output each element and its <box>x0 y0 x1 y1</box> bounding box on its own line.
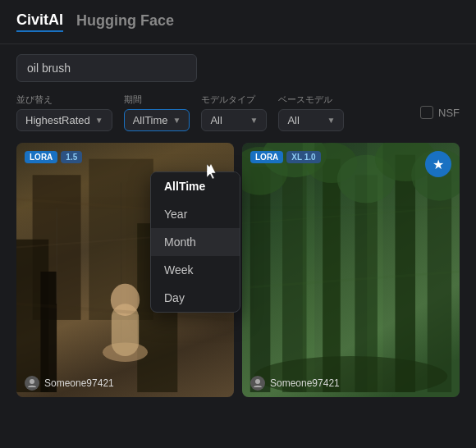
base-model-filter-group: ベースモデル All ▼ <box>278 94 344 131</box>
lora-badge-2: LORA XL 1.0 <box>250 151 321 163</box>
dropdown-item-alltime[interactable]: AllTime <box>151 172 240 200</box>
card-author-1: Someone97421 <box>25 376 114 391</box>
filters-row: 並び替え HighestRated ▼ 期間 AllTime ▼ モデルタイプ … <box>0 89 476 139</box>
model-type-filter-group: モデルタイプ All ▼ <box>201 94 267 131</box>
version-tag-1: 1.5 <box>61 151 82 163</box>
svg-rect-6 <box>40 272 57 392</box>
sort-label: 並び替え <box>16 94 112 106</box>
lora-badge-1: LORA 1.5 <box>25 151 82 163</box>
period-value: AllTime <box>133 114 168 126</box>
base-model-chevron-icon: ▼ <box>327 116 336 125</box>
lora-tag-2: LORA <box>250 151 283 163</box>
model-type-label: モデルタイプ <box>201 94 267 106</box>
svg-rect-17 <box>250 167 271 392</box>
svg-rect-29 <box>303 143 315 392</box>
lora-tag-1: LORA <box>25 151 57 163</box>
svg-rect-22 <box>428 171 451 392</box>
search-input[interactable] <box>16 54 197 82</box>
sort-chevron-icon: ▼ <box>95 116 103 125</box>
star-button-2[interactable]: ★ <box>425 151 451 177</box>
author-name-2: Someone97421 <box>270 377 340 389</box>
card-image-2 <box>242 143 460 397</box>
image-card-2[interactable]: LORA XL 1.0 ★ Someone97421 <box>242 143 460 397</box>
search-area <box>0 44 476 89</box>
model-type-value: All <box>210 114 222 126</box>
svg-rect-30 <box>367 143 383 392</box>
author-avatar-2 <box>250 376 265 391</box>
nav-huggingface[interactable]: Hugging Face <box>76 12 174 31</box>
author-avatar-1 <box>25 376 39 391</box>
period-dropdown: AllTime Year Month Week Day <box>150 171 240 313</box>
period-chevron-icon: ▼ <box>173 116 181 125</box>
svg-line-32 <box>242 208 460 224</box>
dropdown-item-year[interactable]: Year <box>151 200 240 228</box>
period-filter-group: 期間 AllTime ▼ <box>124 94 190 131</box>
dropdown-item-day[interactable]: Day <box>151 284 240 312</box>
svg-line-33 <box>242 272 460 288</box>
svg-rect-21 <box>395 155 415 393</box>
base-model-value: All <box>287 114 299 126</box>
model-type-chevron-icon: ▼ <box>250 116 259 125</box>
base-model-label: ベースモデル <box>278 94 344 106</box>
card-author-2: Someone97421 <box>250 376 340 391</box>
dropdown-item-week[interactable]: Week <box>151 256 240 284</box>
period-label: 期間 <box>124 94 190 106</box>
nsf-label: NSF <box>438 107 460 119</box>
svg-point-34 <box>255 379 260 384</box>
sort-value: HighestRated <box>25 114 90 126</box>
period-select[interactable]: AllTime ▼ <box>124 109 190 131</box>
version-tag-2: XL 1.0 <box>286 151 320 163</box>
dropdown-item-month[interactable]: Month <box>151 228 240 256</box>
star-icon: ★ <box>433 157 444 172</box>
nsf-filter[interactable]: NSF <box>420 106 460 119</box>
nav-civitai[interactable]: CivitAI <box>16 11 63 32</box>
header: CivitAI Hugging Face <box>0 0 476 44</box>
svg-point-15 <box>30 379 34 384</box>
nsf-checkbox[interactable] <box>420 106 433 119</box>
model-type-select[interactable]: All ▼ <box>201 109 267 131</box>
base-model-select[interactable]: All ▼ <box>278 109 344 131</box>
sort-select[interactable]: HighestRated ▼ <box>16 109 112 131</box>
author-name-1: Someone97421 <box>44 377 114 389</box>
sort-filter-group: 並び替え HighestRated ▼ <box>16 94 112 131</box>
